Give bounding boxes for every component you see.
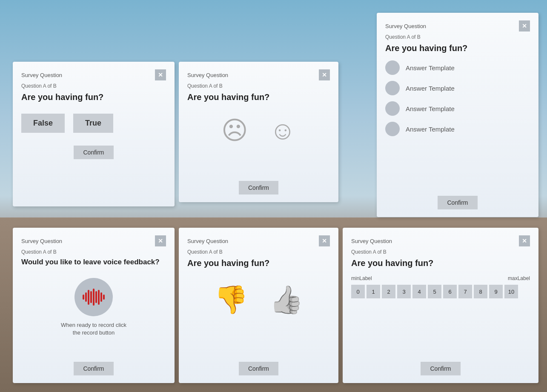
waveform-icon — [83, 289, 105, 306]
card-thumbs: Survey Question ✕ Question A of B Are yo… — [179, 228, 338, 383]
question-text-thumbs: Are you having fun? — [187, 258, 330, 269]
card-title-emoji: Survey Question — [187, 72, 228, 78]
card-title-truefalse: Survey Question — [21, 72, 62, 78]
card-header-voice: Survey Question ✕ — [21, 235, 166, 246]
scale-numbers: 012345678910 — [351, 285, 530, 298]
true-button[interactable]: True — [73, 114, 113, 133]
max-label: maxLabel — [508, 275, 530, 281]
question-text-voice: Would you like to leave voice feedback? — [21, 258, 166, 267]
scale-number-6[interactable]: 6 — [443, 285, 457, 298]
radio-content: Answer Template Answer Template Answer T… — [385, 60, 530, 209]
card-emoji: Survey Question ✕ Question A of B Are yo… — [179, 62, 338, 202]
voice-content-wrapper: When ready to record click the record bu… — [21, 274, 166, 375]
radio-circle-1 — [385, 60, 400, 75]
radio-option-1[interactable]: Answer Template — [385, 60, 530, 75]
confirm-button-voice[interactable]: Confirm — [74, 362, 113, 375]
scale-number-10[interactable]: 10 — [504, 285, 518, 298]
emoji-content: ☹ ☺ Confirm — [187, 109, 330, 195]
radio-option-4[interactable]: Answer Template — [385, 122, 530, 136]
close-button-truefalse[interactable]: ✕ — [155, 69, 166, 80]
question-meta-radio: Question A of B — [385, 34, 530, 40]
card-header: Survey Question ✕ — [21, 69, 166, 80]
close-button-emoji[interactable]: ✕ — [319, 69, 330, 80]
confirm-button-thumbs[interactable]: Confirm — [239, 362, 278, 375]
question-meta-scale: Question A of B — [351, 249, 530, 255]
scale-number-0[interactable]: 0 — [351, 285, 365, 298]
voice-hint: When ready to record click the record bu… — [61, 321, 126, 337]
thumbs-content: 👍 👍 Confirm — [187, 275, 330, 375]
question-text-scale: Are you having fun? — [351, 258, 530, 269]
card-header-thumbs: Survey Question ✕ — [187, 235, 330, 246]
radio-label-2: Answer Template — [406, 85, 455, 92]
min-label: minLabel — [351, 275, 372, 281]
scale-content: minLabel maxLabel 012345678910 Confirm — [351, 275, 530, 375]
scale-number-2[interactable]: 2 — [382, 285, 395, 298]
radio-label-4: Answer Template — [406, 126, 455, 133]
false-button[interactable]: False — [21, 114, 65, 133]
card-title-voice: Survey Question — [21, 238, 62, 244]
close-button-voice[interactable]: ✕ — [155, 235, 166, 246]
card-truefalse: Survey Question ✕ Question A of B Are yo… — [13, 62, 175, 206]
confirm-button-radio[interactable]: Confirm — [438, 196, 477, 209]
voice-record-button[interactable] — [74, 278, 113, 316]
scale-number-1[interactable]: 1 — [367, 285, 380, 298]
question-text-radio: Are you having fun? — [385, 43, 530, 54]
happy-face-icon[interactable]: ☺ — [269, 118, 295, 143]
close-button-radio[interactable]: ✕ — [519, 20, 530, 31]
radio-option-2[interactable]: Answer Template — [385, 81, 530, 95]
card-title-scale: Survey Question — [351, 238, 392, 244]
close-button-scale[interactable]: ✕ — [519, 235, 530, 246]
scale-number-5[interactable]: 5 — [428, 285, 441, 298]
card-header-emoji: Survey Question ✕ — [187, 69, 330, 80]
radio-label-3: Answer Template — [406, 105, 455, 112]
thumbs-up-icon[interactable]: 👍 — [269, 284, 304, 316]
card-title-thumbs: Survey Question — [187, 238, 228, 244]
tf-buttons: False True — [21, 114, 166, 133]
voice-content: When ready to record click the record bu… — [21, 278, 166, 337]
confirm-button-truefalse[interactable]: Confirm — [74, 146, 113, 159]
scale-number-9[interactable]: 9 — [489, 285, 503, 298]
scale-labels: minLabel maxLabel — [351, 275, 530, 281]
sad-face-icon[interactable]: ☹ — [221, 118, 248, 143]
scale-number-8[interactable]: 8 — [474, 285, 487, 298]
radio-option-3[interactable]: Answer Template — [385, 101, 530, 116]
thumbs-down-icon[interactable]: 👍 — [214, 284, 248, 316]
radio-circle-2 — [385, 81, 400, 95]
question-text-truefalse: Are you having fun? — [21, 92, 166, 103]
card-radio: Survey Question ✕ Question A of B Are yo… — [377, 13, 538, 217]
scale-number-3[interactable]: 3 — [397, 285, 411, 298]
question-meta-emoji: Question A of B — [187, 83, 330, 89]
confirm-button-scale[interactable]: Confirm — [421, 362, 460, 375]
question-meta-truefalse: Question A of B — [21, 83, 166, 89]
radio-label-1: Answer Template — [406, 64, 455, 72]
emoji-row: ☹ ☺ — [187, 118, 330, 143]
radio-options: Answer Template Answer Template Answer T… — [385, 60, 530, 136]
scale-number-7[interactable]: 7 — [458, 285, 472, 298]
card-header-scale: Survey Question ✕ — [351, 235, 530, 246]
card-title-radio: Survey Question — [385, 23, 426, 29]
card-voice: Survey Question ✕ Question A of B Would … — [13, 228, 175, 383]
thumbs-row: 👍 👍 — [187, 284, 330, 316]
truefalse-content: False True Confirm — [21, 109, 166, 199]
radio-circle-4 — [385, 122, 400, 136]
question-meta-thumbs: Question A of B — [187, 249, 330, 255]
close-button-thumbs[interactable]: ✕ — [319, 235, 330, 246]
card-scale: Survey Question ✕ Question A of B Are yo… — [343, 228, 538, 383]
question-meta-voice: Question A of B — [21, 249, 166, 255]
scale-number-4[interactable]: 4 — [412, 285, 426, 298]
card-header-radio: Survey Question ✕ — [385, 20, 530, 31]
confirm-button-emoji[interactable]: Confirm — [239, 181, 278, 195]
radio-circle-3 — [385, 101, 400, 116]
question-text-emoji: Are you having fun? — [187, 92, 330, 103]
